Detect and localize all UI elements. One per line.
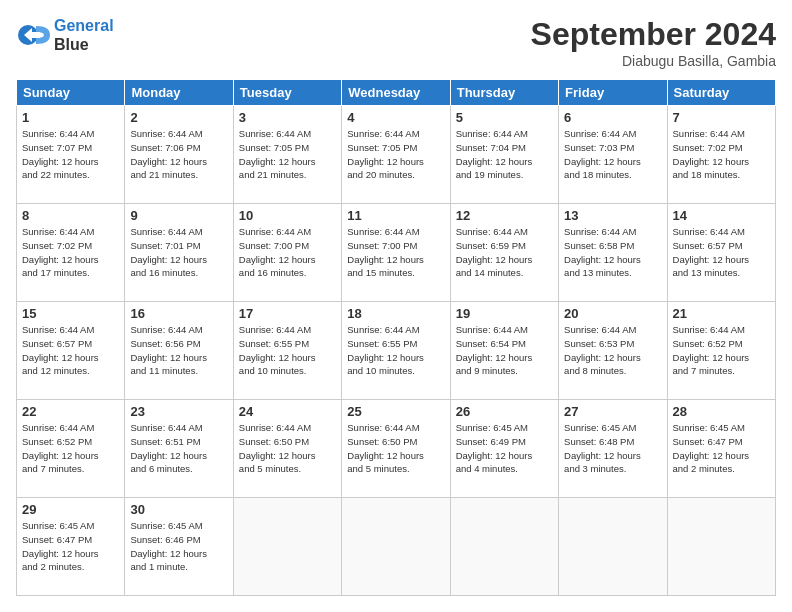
table-row: 14 Sunrise: 6:44 AM Sunset: 6:57 PM Dayl… bbox=[667, 204, 775, 302]
table-row: 10 Sunrise: 6:44 AM Sunset: 7:00 PM Dayl… bbox=[233, 204, 341, 302]
table-row bbox=[233, 498, 341, 596]
day-info: Sunrise: 6:44 AM Sunset: 6:50 PM Dayligh… bbox=[239, 421, 336, 476]
table-row: 29 Sunrise: 6:45 AM Sunset: 6:47 PM Dayl… bbox=[17, 498, 125, 596]
day-info: Sunrise: 6:45 AM Sunset: 6:46 PM Dayligh… bbox=[130, 519, 227, 574]
day-info: Sunrise: 6:45 AM Sunset: 6:48 PM Dayligh… bbox=[564, 421, 661, 476]
calendar-page: General Blue September 2024 Diabugu Basi… bbox=[0, 0, 792, 612]
day-info: Sunrise: 6:44 AM Sunset: 7:07 PM Dayligh… bbox=[22, 127, 119, 182]
table-row bbox=[559, 498, 667, 596]
day-number: 29 bbox=[22, 502, 119, 517]
table-row: 9 Sunrise: 6:44 AM Sunset: 7:01 PM Dayli… bbox=[125, 204, 233, 302]
day-info: Sunrise: 6:44 AM Sunset: 6:57 PM Dayligh… bbox=[22, 323, 119, 378]
table-row: 28 Sunrise: 6:45 AM Sunset: 6:47 PM Dayl… bbox=[667, 400, 775, 498]
day-number: 20 bbox=[564, 306, 661, 321]
day-info: Sunrise: 6:44 AM Sunset: 6:55 PM Dayligh… bbox=[239, 323, 336, 378]
table-row: 11 Sunrise: 6:44 AM Sunset: 7:00 PM Dayl… bbox=[342, 204, 450, 302]
day-info: Sunrise: 6:44 AM Sunset: 6:51 PM Dayligh… bbox=[130, 421, 227, 476]
table-row: 1 Sunrise: 6:44 AM Sunset: 7:07 PM Dayli… bbox=[17, 106, 125, 204]
calendar-week-row: 22 Sunrise: 6:44 AM Sunset: 6:52 PM Dayl… bbox=[17, 400, 776, 498]
day-info: Sunrise: 6:44 AM Sunset: 6:57 PM Dayligh… bbox=[673, 225, 770, 280]
table-row: 17 Sunrise: 6:44 AM Sunset: 6:55 PM Dayl… bbox=[233, 302, 341, 400]
day-number: 10 bbox=[239, 208, 336, 223]
logo-text-blue: Blue bbox=[54, 35, 114, 54]
table-row: 7 Sunrise: 6:44 AM Sunset: 7:02 PM Dayli… bbox=[667, 106, 775, 204]
day-info: Sunrise: 6:44 AM Sunset: 6:53 PM Dayligh… bbox=[564, 323, 661, 378]
day-number: 2 bbox=[130, 110, 227, 125]
day-number: 21 bbox=[673, 306, 770, 321]
day-number: 26 bbox=[456, 404, 553, 419]
header-monday: Monday bbox=[125, 80, 233, 106]
table-row: 2 Sunrise: 6:44 AM Sunset: 7:06 PM Dayli… bbox=[125, 106, 233, 204]
weekday-header-row: Sunday Monday Tuesday Wednesday Thursday… bbox=[17, 80, 776, 106]
logo-icon bbox=[16, 18, 50, 52]
day-number: 12 bbox=[456, 208, 553, 223]
header-thursday: Thursday bbox=[450, 80, 558, 106]
day-number: 11 bbox=[347, 208, 444, 223]
table-row: 8 Sunrise: 6:44 AM Sunset: 7:02 PM Dayli… bbox=[17, 204, 125, 302]
table-row: 30 Sunrise: 6:45 AM Sunset: 6:46 PM Dayl… bbox=[125, 498, 233, 596]
table-row: 15 Sunrise: 6:44 AM Sunset: 6:57 PM Dayl… bbox=[17, 302, 125, 400]
table-row: 5 Sunrise: 6:44 AM Sunset: 7:04 PM Dayli… bbox=[450, 106, 558, 204]
table-row bbox=[450, 498, 558, 596]
day-info: Sunrise: 6:45 AM Sunset: 6:47 PM Dayligh… bbox=[22, 519, 119, 574]
day-info: Sunrise: 6:44 AM Sunset: 7:02 PM Dayligh… bbox=[22, 225, 119, 280]
day-info: Sunrise: 6:44 AM Sunset: 6:56 PM Dayligh… bbox=[130, 323, 227, 378]
day-info: Sunrise: 6:44 AM Sunset: 6:50 PM Dayligh… bbox=[347, 421, 444, 476]
day-number: 22 bbox=[22, 404, 119, 419]
table-row: 4 Sunrise: 6:44 AM Sunset: 7:05 PM Dayli… bbox=[342, 106, 450, 204]
header-saturday: Saturday bbox=[667, 80, 775, 106]
table-row: 13 Sunrise: 6:44 AM Sunset: 6:58 PM Dayl… bbox=[559, 204, 667, 302]
table-row: 22 Sunrise: 6:44 AM Sunset: 6:52 PM Dayl… bbox=[17, 400, 125, 498]
day-info: Sunrise: 6:44 AM Sunset: 6:52 PM Dayligh… bbox=[673, 323, 770, 378]
day-info: Sunrise: 6:44 AM Sunset: 7:00 PM Dayligh… bbox=[239, 225, 336, 280]
table-row: 3 Sunrise: 6:44 AM Sunset: 7:05 PM Dayli… bbox=[233, 106, 341, 204]
table-row: 21 Sunrise: 6:44 AM Sunset: 6:52 PM Dayl… bbox=[667, 302, 775, 400]
day-number: 5 bbox=[456, 110, 553, 125]
day-number: 25 bbox=[347, 404, 444, 419]
calendar-week-row: 8 Sunrise: 6:44 AM Sunset: 7:02 PM Dayli… bbox=[17, 204, 776, 302]
logo-text-general: General bbox=[54, 17, 114, 34]
day-info: Sunrise: 6:44 AM Sunset: 7:00 PM Dayligh… bbox=[347, 225, 444, 280]
table-row: 16 Sunrise: 6:44 AM Sunset: 6:56 PM Dayl… bbox=[125, 302, 233, 400]
day-number: 15 bbox=[22, 306, 119, 321]
table-row: 12 Sunrise: 6:44 AM Sunset: 6:59 PM Dayl… bbox=[450, 204, 558, 302]
day-number: 6 bbox=[564, 110, 661, 125]
calendar-week-row: 1 Sunrise: 6:44 AM Sunset: 7:07 PM Dayli… bbox=[17, 106, 776, 204]
table-row: 6 Sunrise: 6:44 AM Sunset: 7:03 PM Dayli… bbox=[559, 106, 667, 204]
table-row: 26 Sunrise: 6:45 AM Sunset: 6:49 PM Dayl… bbox=[450, 400, 558, 498]
day-number: 28 bbox=[673, 404, 770, 419]
day-number: 30 bbox=[130, 502, 227, 517]
table-row: 27 Sunrise: 6:45 AM Sunset: 6:48 PM Dayl… bbox=[559, 400, 667, 498]
table-row: 23 Sunrise: 6:44 AM Sunset: 6:51 PM Dayl… bbox=[125, 400, 233, 498]
day-info: Sunrise: 6:44 AM Sunset: 7:06 PM Dayligh… bbox=[130, 127, 227, 182]
day-info: Sunrise: 6:44 AM Sunset: 7:03 PM Dayligh… bbox=[564, 127, 661, 182]
day-number: 3 bbox=[239, 110, 336, 125]
page-header: General Blue September 2024 Diabugu Basi… bbox=[16, 16, 776, 69]
day-number: 7 bbox=[673, 110, 770, 125]
calendar-week-row: 15 Sunrise: 6:44 AM Sunset: 6:57 PM Dayl… bbox=[17, 302, 776, 400]
day-info: Sunrise: 6:44 AM Sunset: 7:02 PM Dayligh… bbox=[673, 127, 770, 182]
day-info: Sunrise: 6:44 AM Sunset: 7:01 PM Dayligh… bbox=[130, 225, 227, 280]
calendar-table: Sunday Monday Tuesday Wednesday Thursday… bbox=[16, 79, 776, 596]
header-tuesday: Tuesday bbox=[233, 80, 341, 106]
day-info: Sunrise: 6:45 AM Sunset: 6:47 PM Dayligh… bbox=[673, 421, 770, 476]
day-number: 18 bbox=[347, 306, 444, 321]
location-subtitle: Diabugu Basilla, Gambia bbox=[531, 53, 776, 69]
day-number: 13 bbox=[564, 208, 661, 223]
day-number: 23 bbox=[130, 404, 227, 419]
table-row bbox=[667, 498, 775, 596]
table-row: 20 Sunrise: 6:44 AM Sunset: 6:53 PM Dayl… bbox=[559, 302, 667, 400]
table-row bbox=[342, 498, 450, 596]
table-row: 19 Sunrise: 6:44 AM Sunset: 6:54 PM Dayl… bbox=[450, 302, 558, 400]
table-row: 25 Sunrise: 6:44 AM Sunset: 6:50 PM Dayl… bbox=[342, 400, 450, 498]
day-number: 14 bbox=[673, 208, 770, 223]
day-info: Sunrise: 6:44 AM Sunset: 7:04 PM Dayligh… bbox=[456, 127, 553, 182]
day-number: 24 bbox=[239, 404, 336, 419]
day-number: 4 bbox=[347, 110, 444, 125]
day-number: 27 bbox=[564, 404, 661, 419]
month-year-title: September 2024 bbox=[531, 16, 776, 53]
day-info: Sunrise: 6:44 AM Sunset: 6:52 PM Dayligh… bbox=[22, 421, 119, 476]
day-number: 9 bbox=[130, 208, 227, 223]
day-number: 8 bbox=[22, 208, 119, 223]
header-friday: Friday bbox=[559, 80, 667, 106]
